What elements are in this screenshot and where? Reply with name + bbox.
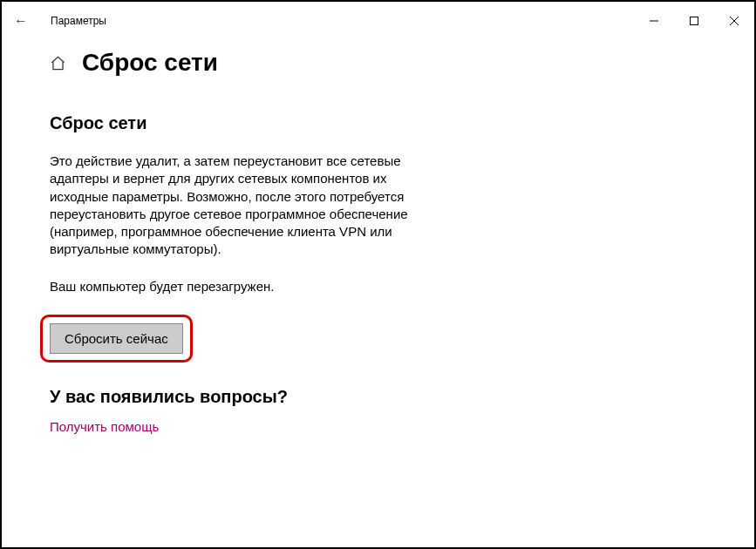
restart-note: Ваш компьютер будет перезагружен.	[50, 278, 433, 295]
window-title: Параметры	[51, 15, 106, 27]
help-heading: У вас появились вопросы?	[50, 387, 706, 407]
reset-now-button[interactable]: Сбросить сейчас	[50, 323, 183, 354]
description-text: Это действие удалит, а затем переустанов…	[50, 152, 433, 259]
svg-rect-1	[691, 17, 698, 25]
home-icon[interactable]	[50, 55, 66, 71]
section-heading: Сброс сети	[50, 113, 706, 133]
minimize-icon	[650, 17, 658, 25]
window-controls	[634, 2, 754, 40]
maximize-icon	[690, 17, 698, 25]
titlebar-left: ← Параметры	[14, 13, 106, 29]
close-icon	[730, 17, 739, 25]
close-button[interactable]	[714, 2, 754, 40]
minimize-button[interactable]	[634, 2, 674, 40]
titlebar: ← Параметры	[2, 2, 754, 40]
back-arrow-icon[interactable]: ←	[14, 13, 31, 29]
page-header: Сброс сети	[50, 49, 706, 77]
get-help-link[interactable]: Получить помощь	[50, 419, 159, 434]
page-title: Сброс сети	[82, 49, 218, 77]
maximize-button[interactable]	[674, 2, 714, 40]
reset-button-highlight: Сбросить сейчас	[40, 315, 193, 363]
content-area: Сброс сети Сброс сети Это действие удали…	[2, 40, 754, 435]
